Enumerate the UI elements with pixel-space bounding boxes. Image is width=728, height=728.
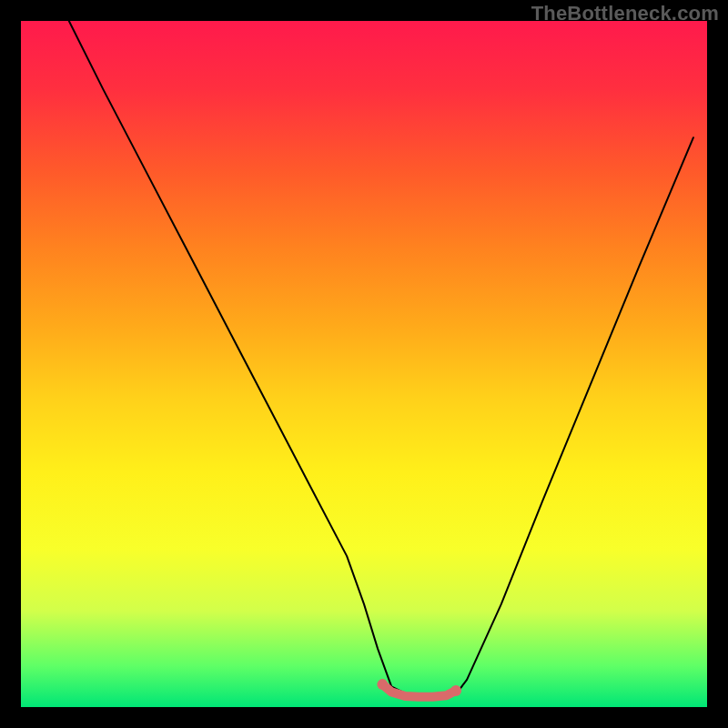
plot-area: [21, 21, 707, 707]
highlight-dot: [377, 679, 388, 690]
bottleneck-highlight: [382, 684, 456, 697]
watermark-text: TheBottleneck.com: [531, 2, 719, 25]
chart-svg: [21, 21, 707, 707]
highlight-dot: [450, 685, 461, 696]
bottleneck-curve: [69, 21, 693, 697]
chart-frame: TheBottleneck.com: [0, 0, 728, 728]
